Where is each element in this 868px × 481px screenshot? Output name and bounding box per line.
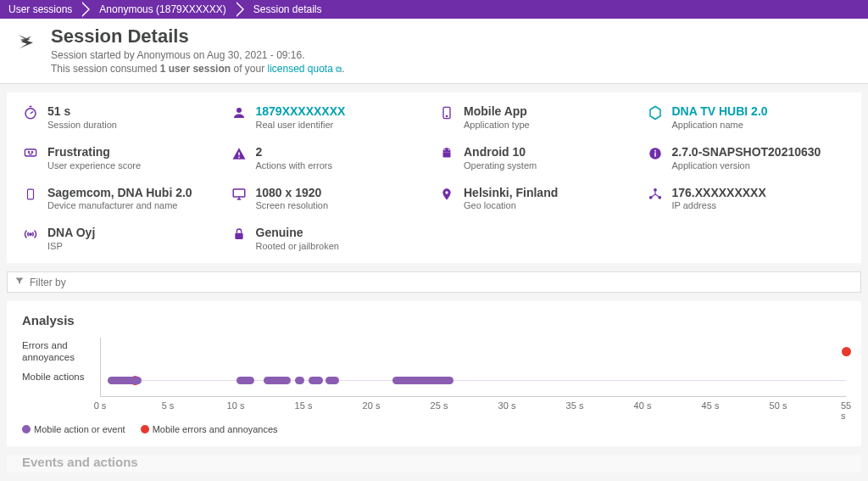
antenna-icon xyxy=(22,226,39,242)
stat-app-type: Mobile AppApplication type xyxy=(438,104,638,130)
mobile-icon xyxy=(438,104,455,120)
android-icon xyxy=(438,145,455,161)
session-icon xyxy=(15,25,41,75)
monitor-icon xyxy=(231,186,248,202)
page-title: Session Details xyxy=(51,25,345,48)
svg-point-18 xyxy=(654,187,657,191)
svg-rect-13 xyxy=(654,152,656,156)
page-subtitle-quota: This session consumed 1 user session of … xyxy=(51,63,345,75)
legend-item-purple: Mobile action or event xyxy=(22,424,125,434)
timeline-tick: 45 s xyxy=(702,400,720,411)
network-icon xyxy=(647,186,664,202)
lock-icon xyxy=(231,226,248,242)
stat-duration: 51 sSession duration xyxy=(22,104,222,130)
timeline-legend: Mobile action or event Mobile errors and… xyxy=(22,424,846,434)
stat-app-name[interactable]: DNA TV HUBI 2.0Application name xyxy=(647,104,847,130)
filter-icon xyxy=(14,276,25,288)
hexagon-icon xyxy=(647,104,664,120)
stat-version: 2.7.0-SNAPSHOT20210630Application versio… xyxy=(647,145,847,171)
timeline-tick: 15 s xyxy=(295,400,313,411)
svg-rect-8 xyxy=(238,157,240,159)
stat-ip: 176.XXXXXXXXXIP address xyxy=(647,186,847,211)
svg-rect-4 xyxy=(25,149,36,156)
timeline-action-segment[interactable] xyxy=(326,377,339,384)
page-subtitle-started: Session started by Anonymous on Aug 30, … xyxy=(51,49,345,61)
timeline-chart: Errors and annoyances Mobile actions xyxy=(22,338,846,397)
stats-panel: 51 sSession duration 1879XXXXXXXXReal us… xyxy=(7,92,861,263)
stat-os: Android 10Operating system xyxy=(438,145,638,171)
licensed-quota-link[interactable]: licensed quota ⧉ xyxy=(267,63,342,75)
legend-item-red: Mobile errors and annoyances xyxy=(141,424,278,434)
timeline-tick: 25 s xyxy=(431,400,448,411)
timeline-action-segment[interactable] xyxy=(236,377,254,384)
timeline-action-segment[interactable] xyxy=(108,377,142,384)
svg-rect-16 xyxy=(233,189,245,197)
stat-ux-score: FrustratingUser experience score xyxy=(22,145,222,171)
events-actions-section-title: Events and actions xyxy=(7,455,861,473)
svg-point-6 xyxy=(31,151,32,152)
svg-point-11 xyxy=(448,149,450,151)
filter-bar[interactable] xyxy=(7,271,861,293)
lane-label-actions: Mobile actions xyxy=(22,366,100,389)
analysis-panel: Analysis Errors and annoyances Mobile ac… xyxy=(7,301,861,446)
analysis-title: Analysis xyxy=(22,313,846,327)
breadcrumb-item-anonymous[interactable]: Anonymous (1879XXXXXX) xyxy=(84,0,237,19)
warning-icon xyxy=(231,145,248,161)
stat-root: GenuineRooted or jailbroken xyxy=(231,226,431,251)
stat-resolution: 1080 x 1920Screen resolution xyxy=(231,186,431,211)
timeline-action-segment[interactable] xyxy=(264,377,291,384)
stat-errors: 2Actions with errors xyxy=(231,145,431,171)
info-icon xyxy=(647,145,664,161)
breadcrumb-item-session-details[interactable]: Session details xyxy=(238,0,334,19)
stopwatch-icon xyxy=(22,104,39,120)
timeline-action-segment[interactable] xyxy=(309,377,324,384)
timeline-tick: 40 s xyxy=(634,400,652,411)
svg-point-1 xyxy=(236,108,242,113)
timeline-tick: 30 s xyxy=(498,400,516,411)
breadcrumb-item-user-sessions[interactable]: User sessions xyxy=(0,0,84,19)
smiley-icon xyxy=(22,145,39,159)
pin-icon xyxy=(438,186,455,202)
stat-isp: DNA OyjISP xyxy=(22,226,222,251)
svg-point-5 xyxy=(28,151,29,152)
svg-rect-9 xyxy=(443,152,451,157)
svg-point-14 xyxy=(654,149,656,151)
stat-device: Sagemcom, DNA Hubi 2.0Device manufacture… xyxy=(22,186,222,211)
svg-point-17 xyxy=(445,191,448,193)
user-icon xyxy=(231,104,248,120)
svg-point-10 xyxy=(444,149,446,151)
timeline-tick: 35 s xyxy=(566,400,584,411)
device-icon xyxy=(22,186,39,202)
timeline-action-segment[interactable] xyxy=(295,377,304,384)
timeline-tick: 20 s xyxy=(363,400,381,411)
filter-input[interactable] xyxy=(30,277,854,288)
timeline-tick: 0 s xyxy=(94,400,107,411)
timeline-axis: 0 s5 s10 s15 s20 s25 s30 s35 s40 s45 s50… xyxy=(100,397,846,412)
timeline-tick: 10 s xyxy=(227,400,245,411)
timeline-error-point[interactable] xyxy=(842,347,851,356)
svg-point-3 xyxy=(446,115,447,116)
lane-label-errors: Errors and annoyances xyxy=(22,338,100,366)
timeline-action-segment[interactable] xyxy=(392,377,453,384)
timeline-tick: 50 s xyxy=(770,400,787,411)
timeline-tick: 5 s xyxy=(162,400,175,411)
svg-rect-15 xyxy=(28,189,34,199)
timeline-tick: 55 s xyxy=(841,400,851,421)
page-header: Session Details Session started by Anony… xyxy=(0,19,868,84)
svg-rect-22 xyxy=(235,233,242,239)
breadcrumb: User sessions Anonymous (1879XXXXXX) Ses… xyxy=(0,0,868,19)
svg-point-21 xyxy=(30,233,31,235)
stat-user-identifier[interactable]: 1879XXXXXXXXReal user identifier xyxy=(231,104,431,130)
stat-geo: Helsinki, FinlandGeo location xyxy=(438,186,638,211)
svg-rect-7 xyxy=(238,152,240,155)
